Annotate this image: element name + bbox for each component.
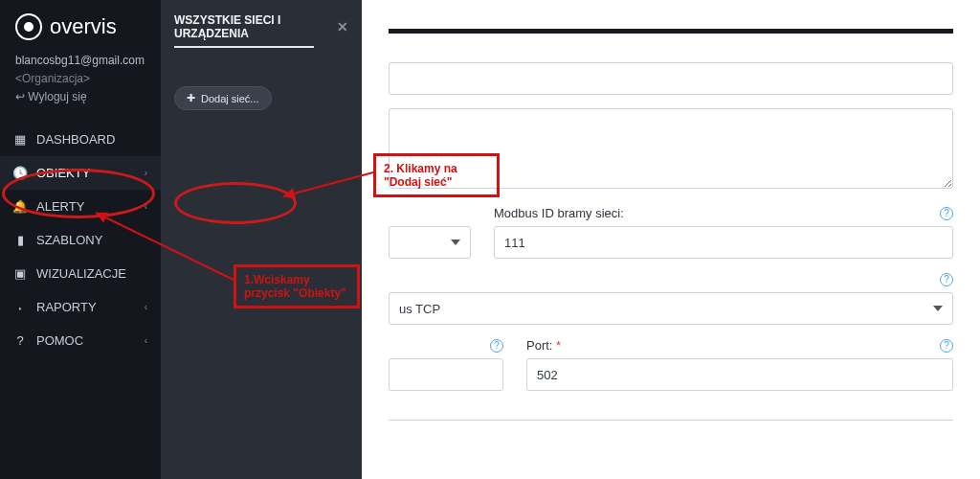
svg-line-0 — [283, 172, 373, 196]
annotation-text-2: 2. Klikamy na "Dodaj sieć" — [384, 162, 457, 189]
annotation-box-1: 1.Wciskamy przycisk "Obiekty" — [234, 264, 360, 308]
annotation-box-2: 2. Klikamy na "Dodaj sieć" — [373, 153, 500, 197]
svg-line-1 — [96, 213, 234, 280]
annotation-text-1: 1.Wciskamy przycisk "Obiekty" — [244, 273, 346, 300]
annotation-arrows — [0, 0, 980, 479]
